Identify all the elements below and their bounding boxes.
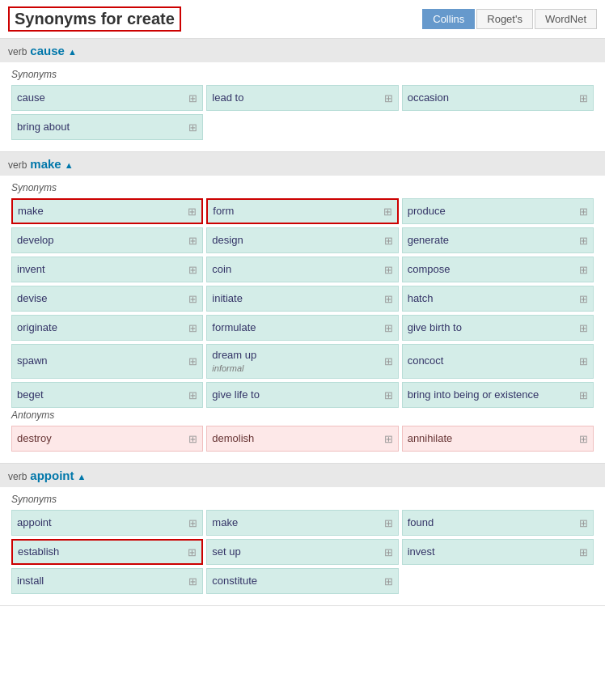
book-icon[interactable]: ⊞ (579, 322, 588, 334)
chip-text: found (408, 516, 576, 530)
book-icon[interactable]: ⊞ (188, 264, 197, 276)
book-icon[interactable]: ⊞ (188, 121, 197, 134)
book-icon[interactable]: ⊞ (579, 206, 588, 218)
word-chip[interactable]: spawn⊞ (11, 344, 203, 379)
chip-text: cause (17, 91, 185, 105)
chip-text: set up (212, 545, 380, 559)
word-chip[interactable]: produce⊞ (402, 198, 594, 224)
book-icon[interactable]: ⊞ (188, 92, 197, 104)
book-icon[interactable]: ⊞ (579, 433, 588, 445)
section-word-appoint[interactable]: appoint (30, 469, 74, 482)
word-chip[interactable]: give life to⊞ (206, 382, 398, 408)
book-icon[interactable]: ⊞ (384, 293, 393, 305)
chip-text: establish (18, 545, 184, 559)
word-chip[interactable]: occasion⊞ (402, 85, 594, 111)
word-chip[interactable]: beget⊞ (11, 382, 203, 408)
word-chip[interactable]: annihilate⊞ (402, 426, 594, 452)
word-chip[interactable]: found⊞ (402, 510, 594, 536)
section-word-make[interactable]: make (30, 157, 61, 171)
book-icon[interactable]: ⊞ (579, 92, 588, 104)
tab-collins[interactable]: Collins (422, 9, 475, 29)
tab-buttons: CollinsRoget'sWordNet (422, 9, 597, 29)
book-icon[interactable]: ⊞ (579, 235, 588, 247)
tab-wordnet[interactable]: WordNet (535, 9, 597, 29)
book-icon[interactable]: ⊞ (384, 517, 393, 529)
section-header-appoint: verbappoint▲ (0, 464, 605, 487)
word-grid-synonyms: appoint⊞make⊞found⊞establish⊞set up⊞inve… (11, 510, 594, 594)
book-icon[interactable]: ⊞ (579, 293, 588, 305)
word-chip[interactable]: compose⊞ (402, 257, 594, 282)
word-chip[interactable]: hatch⊞ (402, 286, 594, 312)
book-icon[interactable]: ⊞ (384, 92, 393, 104)
word-chip[interactable]: make⊞ (206, 510, 398, 536)
section-word-cause[interactable]: cause (30, 44, 65, 57)
chip-text: make (18, 205, 184, 218)
book-icon[interactable]: ⊞ (579, 264, 588, 276)
word-chip[interactable]: bring about⊞ (11, 114, 203, 140)
chip-text: dream upinformal (212, 349, 380, 374)
subsection-label: Synonyms (11, 494, 594, 505)
word-chip[interactable]: give birth to⊞ (402, 315, 594, 341)
book-icon[interactable]: ⊞ (188, 389, 197, 401)
word-chip[interactable]: devise⊞ (11, 286, 203, 312)
word-chip[interactable]: design⊞ (206, 227, 398, 253)
book-icon[interactable]: ⊞ (188, 322, 197, 334)
book-icon[interactable]: ⊞ (188, 355, 197, 367)
word-chip[interactable]: establish⊞ (11, 539, 203, 565)
book-icon[interactable]: ⊞ (188, 293, 197, 305)
section-divider (0, 605, 605, 606)
section-header-make: verbmake▲ (0, 152, 605, 176)
word-chip[interactable]: lead to⊞ (206, 85, 398, 111)
word-chip[interactable]: invent⊞ (11, 257, 203, 282)
word-chip[interactable]: constitute⊞ (206, 568, 398, 594)
word-chip[interactable]: formulate⊞ (206, 315, 398, 341)
chip-text: make (212, 516, 380, 530)
word-chip[interactable]: appoint⊞ (11, 510, 203, 536)
word-chip[interactable]: dream upinformal⊞ (206, 344, 398, 379)
word-chip[interactable]: install⊞ (11, 568, 203, 594)
chip-text: invest (408, 545, 576, 559)
section-body-make: Synonymsmake⊞form⊞produce⊞develop⊞design… (0, 176, 605, 463)
book-icon[interactable]: ⊞ (188, 517, 197, 529)
book-icon[interactable]: ⊞ (579, 546, 588, 558)
book-icon[interactable]: ⊞ (384, 322, 393, 334)
book-icon[interactable]: ⊞ (383, 206, 392, 218)
word-chip[interactable]: cause⊞ (11, 85, 203, 111)
book-icon[interactable]: ⊞ (384, 433, 393, 445)
book-icon[interactable]: ⊞ (384, 235, 393, 247)
book-icon[interactable]: ⊞ (384, 575, 393, 588)
word-chip[interactable]: set up⊞ (206, 539, 398, 565)
word-chip[interactable]: initiate⊞ (206, 286, 398, 312)
triangle-icon[interactable]: ▲ (78, 472, 87, 482)
book-icon[interactable]: ⊞ (579, 355, 588, 367)
book-icon[interactable]: ⊞ (188, 206, 197, 218)
triangle-icon[interactable]: ▲ (65, 160, 74, 170)
word-chip[interactable]: form⊞ (206, 198, 398, 224)
book-icon[interactable]: ⊞ (384, 355, 393, 367)
word-chip[interactable]: originate⊞ (11, 315, 203, 341)
word-chip[interactable]: concoct⊞ (402, 344, 594, 379)
book-icon[interactable]: ⊞ (384, 389, 393, 401)
book-icon[interactable]: ⊞ (188, 546, 197, 558)
book-icon[interactable]: ⊞ (384, 264, 393, 276)
word-chip[interactable]: invest⊞ (402, 539, 594, 565)
book-icon[interactable]: ⊞ (188, 433, 197, 445)
book-icon[interactable]: ⊞ (579, 389, 588, 401)
subsection-label: Synonyms (11, 182, 594, 193)
verb-label: verb (8, 159, 27, 171)
word-chip[interactable]: make⊞ (11, 198, 203, 224)
word-chip[interactable]: destroy⊞ (11, 426, 203, 452)
triangle-icon[interactable]: ▲ (68, 47, 77, 57)
tab-roget's[interactable]: Roget's (476, 9, 533, 29)
book-icon[interactable]: ⊞ (384, 546, 393, 558)
book-icon[interactable]: ⊞ (188, 235, 197, 247)
chip-text: demolish (212, 432, 380, 446)
word-chip[interactable]: bring into being or existence⊞ (402, 382, 594, 408)
word-chip[interactable]: develop⊞ (11, 227, 203, 253)
word-chip[interactable]: coin⊞ (206, 257, 398, 282)
chip-text: constitute (212, 575, 380, 588)
word-chip[interactable]: generate⊞ (402, 227, 594, 253)
book-icon[interactable]: ⊞ (579, 517, 588, 529)
book-icon[interactable]: ⊞ (188, 575, 197, 588)
word-chip[interactable]: demolish⊞ (206, 426, 398, 452)
